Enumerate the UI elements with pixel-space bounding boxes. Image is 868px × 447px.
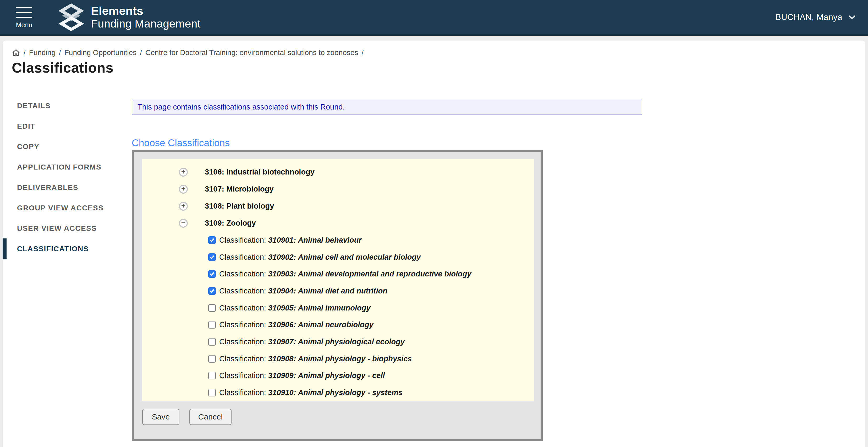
user-name: BUCHAN, Manya	[776, 12, 842, 22]
tree-node-3109: − 3109: Zoology	[142, 215, 534, 232]
classification-row: Classification: 310906: Animal neurobiol…	[142, 316, 534, 333]
save-button[interactable]: Save	[142, 409, 179, 425]
breadcrumb-separator: /	[24, 49, 26, 57]
hamburger-icon	[16, 7, 32, 8]
classification-checkbox[interactable]	[208, 270, 216, 278]
sidebar-item-user-view-access[interactable]: USER VIEW ACCESS	[17, 224, 132, 233]
checkmark-icon	[209, 255, 215, 260]
sidebar-nav: DETAILSEDITCOPYAPPLICATION FORMSDELIVERA…	[3, 99, 132, 441]
classification-row: Classification: 310901: Animal behaviour	[142, 232, 534, 249]
classification-label[interactable]: Classification: 310905: Animal immunolog…	[219, 304, 371, 312]
tree-node-3108: + 3108: Plant biology	[142, 198, 534, 215]
classification-label[interactable]: Classification: 310901: Animal behaviour	[219, 236, 362, 244]
app-header: Menu Elements Funding Management BUCHAN,…	[0, 0, 868, 36]
brand-product: Funding Management	[91, 17, 200, 30]
cancel-button[interactable]: Cancel	[189, 409, 231, 425]
sidebar-item-details[interactable]: DETAILS	[17, 101, 132, 110]
main-content: This page contains classifications assoc…	[132, 99, 865, 441]
classification-checkbox[interactable]	[208, 254, 216, 261]
breadcrumb-separator: /	[59, 49, 61, 57]
classification-checkbox[interactable]	[208, 372, 216, 379]
classification-checkbox[interactable]	[208, 355, 216, 363]
tree-node-3107: + 3107: Microbiology	[142, 181, 534, 198]
collapse-icon[interactable]: −	[179, 219, 188, 228]
classification-row: Classification: 310904: Animal diet and …	[142, 282, 534, 299]
menu-button[interactable]: Menu	[15, 5, 33, 29]
sidebar-list: DETAILSEDITCOPYAPPLICATION FORMSDELIVERA…	[3, 99, 132, 254]
checkmark-icon	[209, 288, 215, 294]
checkmark-icon	[209, 237, 215, 243]
hamburger-icon	[16, 17, 32, 18]
breadcrumb-separator: /	[140, 49, 142, 57]
tree-node-3106: + 3106: Industrial biotechnology	[142, 163, 534, 181]
sidebar-item-edit[interactable]: EDIT	[17, 122, 132, 131]
classification-row: Classification: 310903: Animal developme…	[142, 265, 534, 282]
info-banner: This page contains classifications assoc…	[132, 99, 642, 115]
user-menu[interactable]: BUCHAN, Manya	[776, 12, 856, 22]
elements-logo-icon	[58, 3, 84, 31]
classification-row: Classification: 310909: Animal physiolog…	[142, 367, 534, 384]
page-title: Classifications	[12, 60, 865, 75]
classification-tree: + 3106: Industrial biotechnology + 3107:…	[142, 159, 534, 401]
tree-node-label: 3109: Zoology	[205, 219, 256, 228]
brand-name: Elements	[91, 5, 200, 17]
classification-checkbox[interactable]	[208, 236, 216, 244]
classification-checkbox[interactable]	[208, 287, 216, 295]
sidebar-item-group-view-access[interactable]: GROUP VIEW ACCESS	[17, 204, 132, 212]
classification-checkbox[interactable]	[208, 389, 216, 396]
classification-label[interactable]: Classification: 310904: Animal diet and …	[219, 287, 388, 295]
classification-checkbox[interactable]	[208, 304, 216, 312]
breadcrumb-funding[interactable]: Funding	[29, 49, 56, 57]
classification-row: Classification: 310905: Animal immunolog…	[142, 299, 534, 317]
classification-label[interactable]: Classification: 310902: Animal cell and …	[219, 253, 421, 262]
classification-row: Classification: 310910: Animal physiolog…	[142, 384, 534, 401]
breadcrumb-round-name[interactable]: Centre for Doctoral Training: environmen…	[145, 49, 358, 57]
sidebar-item-application-forms[interactable]: APPLICATION FORMS	[17, 163, 132, 172]
checkmark-icon	[209, 271, 215, 277]
classification-label[interactable]: Classification: 310903: Animal developme…	[219, 270, 471, 278]
menu-label: Menu	[16, 21, 32, 29]
classification-label[interactable]: Classification: 310906: Animal neurobiol…	[219, 321, 373, 329]
breadcrumb: / Funding / Funding Opportunities / Cent…	[12, 49, 865, 57]
tree-node-label: 3107: Microbiology	[205, 185, 274, 193]
tree-node-label: 3106: Industrial biotechnology	[205, 168, 315, 176]
brand-logo-link[interactable]: Elements Funding Management	[58, 3, 200, 31]
classification-checkbox[interactable]	[208, 321, 216, 329]
breadcrumb-funding-opportunities[interactable]: Funding Opportunities	[64, 49, 137, 57]
form-actions: Save Cancel	[142, 409, 534, 425]
chevron-down-icon	[848, 15, 856, 20]
breadcrumb-separator: /	[362, 49, 364, 57]
tree-node-label: 3108: Plant biology	[205, 202, 274, 210]
choose-classifications-link[interactable]: Choose Classifications	[132, 138, 230, 149]
classification-label[interactable]: Classification: 310907: Animal physiolog…	[219, 337, 405, 346]
expand-icon[interactable]: +	[179, 168, 188, 177]
classification-label[interactable]: Classification: 310908: Animal physiolog…	[219, 355, 412, 363]
expand-icon[interactable]: +	[179, 202, 188, 211]
classification-row: Classification: 310907: Animal physiolog…	[142, 333, 534, 350]
classification-label[interactable]: Classification: 310910: Animal physiolog…	[219, 388, 403, 397]
classification-label[interactable]: Classification: 310909: Animal physiolog…	[219, 371, 385, 380]
brand-text: Elements Funding Management	[91, 5, 200, 30]
classifications-panel: + 3106: Industrial biotechnology + 3107:…	[132, 150, 543, 441]
sidebar-item-deliverables[interactable]: DELIVERABLES	[17, 183, 132, 192]
sidebar-item-copy[interactable]: COPY	[17, 142, 132, 151]
classification-row: Classification: 310908: Animal physiolog…	[142, 350, 534, 367]
classification-checkbox[interactable]	[208, 338, 216, 346]
sidebar-item-classifications[interactable]: CLASSIFICATIONS	[17, 244, 132, 254]
hamburger-icon	[16, 12, 32, 13]
content-card: / Funding / Funding Opportunities / Cent…	[3, 40, 865, 447]
classification-row: Classification: 310902: Animal cell and …	[142, 249, 534, 266]
expand-icon[interactable]: +	[179, 185, 188, 193]
home-icon[interactable]	[12, 49, 20, 57]
